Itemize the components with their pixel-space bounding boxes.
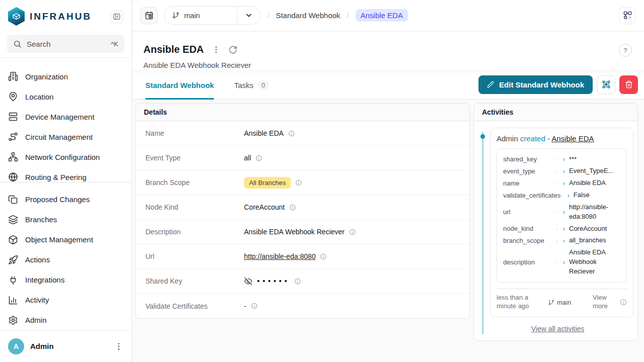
change-new-value: Ansible EDA Webhook Reciever (569, 248, 620, 277)
breadcrumb-current[interactable]: Ansible EDA (356, 9, 408, 22)
git-branch-icon (548, 299, 554, 306)
sidebar-item-integrations[interactable]: Integrations (0, 270, 131, 290)
tab-tasks[interactable]: Tasks 0 (234, 73, 269, 100)
sidebar-item-location[interactable]: Location (0, 86, 131, 107)
change-row: branch_scope - › all_branches (503, 235, 620, 247)
title-menu-button[interactable] (212, 45, 220, 54)
page-subtitle: Ansible EDA Webhook Reciever (143, 61, 251, 69)
info-icon[interactable] (320, 253, 327, 260)
sidebar-item-proposed-changes[interactable]: Proposed Changes (0, 190, 131, 210)
detail-label: Name (145, 129, 244, 137)
sidebar-item-label: Location (25, 93, 54, 101)
edit-webhook-button[interactable]: Edit Standard Webhook (478, 75, 593, 94)
sidebar-item-label: Routing & Peering (25, 173, 87, 182)
detail-row-branch-scope: Branch Scope All Branches (136, 170, 469, 195)
detail-row-validate-certificates: Validate Certificates - (136, 294, 469, 318)
search-input[interactable]: Search ^K (7, 35, 124, 53)
sidebar-item-label: Network Configuration (25, 153, 100, 161)
help-button[interactable]: ? (619, 44, 632, 57)
tab-standard-webhook[interactable]: Standard Webhook (145, 73, 214, 100)
sidebar-item-label: Integrations (25, 276, 64, 284)
info-icon[interactable] (256, 155, 262, 161)
sidebar-item-network-configuration[interactable]: Network Configuration (0, 147, 131, 167)
detail-value: all (244, 154, 251, 162)
refresh-button[interactable] (228, 45, 237, 54)
branch-scope-badge: All Branches (244, 177, 291, 189)
change-old-value: - (556, 237, 558, 244)
user-name: Admin (30, 342, 54, 350)
refresh-icon (228, 45, 237, 54)
sidebar-item-label: Circuit Management (25, 133, 93, 141)
change-row: shared_key - › *** (503, 153, 620, 165)
change-new-value: all_branches (569, 236, 620, 245)
body-area: Details Name Ansible EDA Event Type all (132, 100, 644, 362)
git-branch-icon (172, 12, 180, 19)
activity-action: created (520, 134, 545, 143)
change-new-value: Event_TypeE... (569, 166, 620, 176)
info-icon[interactable] (289, 204, 296, 211)
change-old-value: - (556, 208, 558, 216)
sidebar-item-actions[interactable]: Actions (0, 250, 131, 270)
user-menu-button[interactable] (114, 342, 123, 351)
breadcrumb-parent[interactable]: Standard Webhook (276, 11, 340, 20)
sidebar-item-organization[interactable]: Organization (0, 66, 131, 86)
activity-target-link[interactable]: Ansible EDA (551, 134, 594, 143)
view-all-activities-link[interactable]: View all activities (482, 325, 633, 333)
chevron-down-icon (245, 11, 253, 20)
sidebar-item-circuit-management[interactable]: Circuit Management (0, 127, 131, 147)
chevron-right-icon: › (563, 155, 565, 163)
detail-label: Shared Key (145, 277, 244, 285)
chevron-right-icon: › (563, 225, 565, 232)
branch-dropdown-toggle[interactable] (237, 11, 260, 20)
detail-label: Validate Certificates (145, 302, 244, 310)
details-panel-title: Details (136, 104, 469, 121)
detail-label: Branch Scope (145, 178, 244, 187)
sidebar-item-object-management[interactable]: Object Management (0, 230, 131, 250)
change-key: url (503, 208, 556, 216)
change-new-value: CoreAccount (569, 224, 620, 234)
info-icon[interactable] (620, 299, 627, 306)
building-icon (8, 71, 18, 81)
sidebar-nav-primary: Organization Location Device Management … (0, 58, 131, 183)
plug-icon (8, 275, 18, 285)
change-old-value: - (560, 192, 562, 199)
detail-row-event-type: Event Type all (136, 146, 469, 170)
info-icon[interactable] (349, 229, 356, 235)
detail-label: Node Kind (145, 203, 244, 211)
sidebar-item-activity[interactable]: Activity (0, 290, 131, 310)
view-more-link[interactable]: View more (593, 294, 615, 311)
activity-entry: Admin created - Ansible EDA shared_key -… (490, 128, 633, 317)
change-key: branch_scope (503, 237, 556, 244)
change-row: node_kind - › CoreAccount (503, 223, 620, 235)
sidebar-item-routing-peering[interactable]: Routing & Peering (0, 167, 131, 183)
info-icon[interactable] (295, 179, 302, 186)
delete-button[interactable] (619, 75, 638, 94)
sidebar-item-device-management[interactable]: Device Management (0, 107, 131, 127)
sidebar-item-label: Activity (25, 296, 49, 304)
page-title: Ansible EDA (143, 44, 204, 55)
search-icon (13, 40, 22, 48)
sidebar-collapse-button[interactable] (110, 10, 123, 23)
info-icon[interactable] (288, 130, 295, 137)
globe-icon (8, 172, 18, 182)
time-travel-button[interactable] (140, 7, 157, 24)
info-icon[interactable] (294, 278, 301, 285)
detail-value: - (244, 302, 247, 310)
sidebar-item-label: Proposed Changes (25, 195, 90, 204)
clone-object-button[interactable] (597, 75, 615, 94)
sidebar-item-admin[interactable]: Admin (0, 310, 131, 330)
sidebar-item-label: Admin (25, 316, 47, 324)
search-placeholder: Search (27, 40, 51, 48)
schema-visualizer-button[interactable] (619, 7, 636, 24)
branch-selector[interactable]: main (164, 6, 261, 25)
timeline-dot (480, 134, 485, 139)
sidebar-item-branches[interactable]: Branches (0, 210, 131, 230)
change-key: shared_key (503, 155, 556, 163)
eye-off-icon[interactable] (244, 277, 253, 286)
info-icon[interactable] (251, 303, 258, 309)
change-row: url - › http://ansible-eda:8080 (503, 201, 620, 223)
change-new-value: Ansible EDA (569, 178, 620, 188)
chevron-right-icon: › (563, 208, 565, 216)
change-old-value: - (556, 225, 558, 232)
webhook-url-link[interactable]: http://ansible-eda:8080 (244, 252, 315, 260)
